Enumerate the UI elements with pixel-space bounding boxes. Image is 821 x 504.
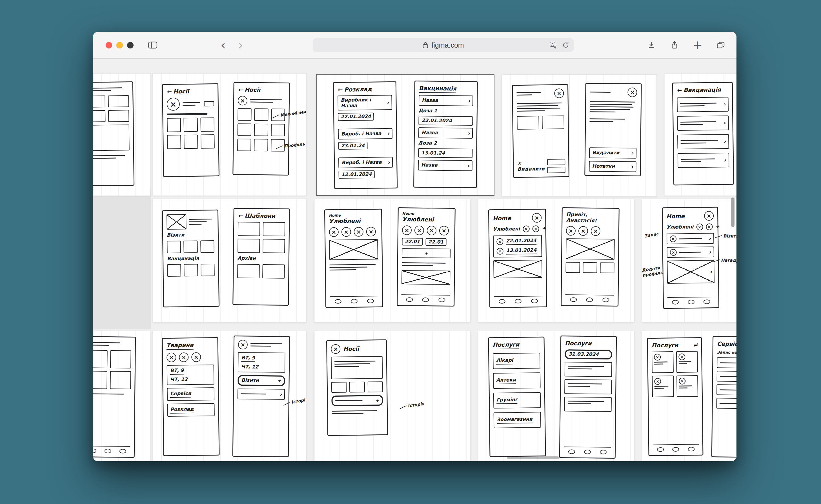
wireframe-phone: Привіт, Анастасія!	[561, 207, 620, 307]
plus-row: +	[424, 250, 428, 256]
wireframe-phone	[93, 336, 136, 458]
canvas-empty-area	[93, 188, 151, 329]
service-x-circle-icon	[678, 354, 685, 360]
sketch-title: Послуги	[493, 341, 520, 349]
item-x-circle-icon	[670, 236, 676, 242]
pet-x-circle-icon	[591, 226, 600, 236]
chevron-right-icon	[467, 162, 469, 169]
canvas-image-home-annotated[interactable]: Home Улюблені+ Запис Додати профіль Візи…	[642, 199, 736, 322]
chevron-right-icon	[387, 130, 390, 137]
canvas-image-nosii-history[interactable]: Носії + Історія	[314, 331, 470, 461]
pet-x-circle-icon	[439, 226, 449, 235]
avatar-x-circle-icon	[331, 344, 340, 354]
wireframe-phone: Видалити Нотатки	[584, 83, 642, 176]
canvas-image-services-list[interactable]: Послуги Лікарі Аптеки Грумінг Зоомагазин…	[478, 331, 634, 461]
canvas-image-partial-left-top[interactable]	[93, 74, 150, 196]
sketch-title: ← Вакцинація	[677, 86, 728, 94]
wireframe-phone: Home Улюблені	[324, 209, 383, 308]
pet-x-circle-icon	[402, 225, 412, 235]
canvas-image-home-favorites[interactable]: Home Улюблені Home Улюблені 22.0122.01 +	[314, 199, 470, 322]
wireframe-phone: Home Улюблені+	[662, 207, 719, 309]
url-bar-wrapper: figma.com A	[252, 38, 634, 52]
browser-toolbar: ‹ › figma.com A	[93, 32, 736, 59]
pet-x-circle-icon	[179, 352, 188, 362]
bottom-nav-sketch	[330, 296, 379, 304]
pet-x-circle-icon	[329, 227, 339, 237]
bottom-nav-sketch	[401, 294, 450, 302]
canvas-image-visits-templates[interactable]: Візити Вакцинація ← Шаблони Архіви	[153, 199, 306, 322]
share-icon	[670, 41, 679, 50]
delete-label: ✕ Видалити	[517, 161, 545, 172]
date-chip: 22.01	[425, 238, 446, 246]
canvas-image-partial-left-bottom[interactable]	[93, 331, 150, 461]
handwritten-annotation: Історія	[291, 397, 306, 405]
canvas-image-nosii-screens[interactable]: ← Носії ← Носії	[153, 74, 306, 196]
wireframe-phone: Сервіси Запис на прийом	[711, 336, 736, 458]
reload-icon[interactable]	[562, 41, 570, 49]
wireframe-phone: Home Улюблені+ 22.01.2024 13.01.2024	[488, 209, 547, 308]
plus-icon: +	[693, 41, 702, 49]
vertical-scrollbar-thumb[interactable]	[731, 197, 735, 227]
pet-x-circle-icon	[706, 223, 713, 230]
pet-x-circle-icon	[523, 225, 529, 232]
chevron-right-icon	[709, 248, 711, 255]
wireframe-phone: Послуги⇄	[647, 337, 703, 456]
pet-x-circle-icon	[532, 225, 539, 232]
date-chip: 23.01.24	[338, 142, 367, 150]
bottom-nav-sketch	[653, 444, 699, 452]
handwritten-annotation: Візити	[723, 234, 736, 239]
pet-x-circle-icon	[191, 352, 201, 362]
chevron-right-icon	[724, 157, 726, 163]
wireframe-phone: Тварини ВТ, 9 ЧТ, 12 Сервіси Розклад	[162, 337, 219, 456]
service-x-circle-icon	[654, 378, 661, 385]
wireframe-phone: ← Розклад Виробник і Назва 22.01.2024 Ви…	[333, 81, 398, 189]
forward-button[interactable]: ›	[234, 39, 247, 51]
pet-x-circle-icon	[167, 353, 176, 362]
minimize-window-button[interactable]	[116, 42, 123, 48]
downloads-button[interactable]	[645, 39, 658, 51]
canvas-image-animals-visits[interactable]: Тварини ВТ, 9 ЧТ, 12 Сервіси Розклад ВТ,…	[153, 331, 306, 461]
canvas-image-vaccination-list[interactable]: ← Вакцинація	[664, 74, 736, 196]
handwritten-annotation: Нагадування	[721, 258, 736, 263]
close-x-circle-icon	[532, 213, 542, 223]
sketch-title: ← Носії	[167, 88, 214, 95]
sketch-title: ← Носії	[238, 86, 285, 94]
sketch-title: Послуги	[565, 340, 612, 347]
item-x-circle-icon	[670, 249, 677, 256]
url-bar-icons: A	[549, 38, 570, 52]
wireframe-phone: ← Шаблони Архіви	[232, 208, 290, 306]
chevron-right-icon	[387, 159, 390, 166]
horizontal-scrollbar-thumb[interactable]	[507, 456, 559, 459]
zoom-window-button[interactable]	[127, 42, 134, 48]
canvas-image-detail-screens[interactable]: ✕ Видалити Видалити Нотатки	[502, 75, 656, 196]
pet-x-circle-icon	[366, 227, 376, 236]
canvas-image-home-hello[interactable]: Home Улюблені+ 22.01.2024 13.01.2024 При…	[478, 199, 634, 322]
avatar-x-circle-icon	[238, 96, 247, 105]
figma-canvas[interactable]: ← Носії ← Носії	[93, 59, 736, 461]
address-bar[interactable]: figma.com A	[313, 38, 574, 52]
bottom-nav-sketch	[93, 446, 130, 454]
pet-x-circle-icon	[341, 227, 351, 237]
sidebar-toggle-button[interactable]	[147, 39, 159, 51]
back-button[interactable]: ‹	[217, 39, 229, 51]
tab-overview-button[interactable]	[715, 39, 727, 51]
pet-x-circle-icon	[696, 223, 703, 230]
pet-x-circle-icon	[414, 225, 424, 235]
canvas-image-services-grid[interactable]: Послуги⇄ Сервіси Запис на прийом	[642, 331, 736, 461]
handwritten-annotation: Додати профіль	[642, 265, 665, 278]
share-button[interactable]	[668, 39, 681, 51]
date-chip: 12.01.2024	[339, 170, 375, 179]
sketch-title: Сервіси	[717, 340, 736, 348]
download-icon	[647, 41, 656, 49]
close-x-circle-icon	[554, 88, 564, 98]
translate-icon[interactable]: A	[549, 41, 557, 49]
canvas-image-rozklad-vaccination[interactable]: ← Розклад Виробник і Назва 22.01.2024 Ви…	[317, 75, 494, 195]
chevron-right-icon	[631, 163, 633, 170]
chevron-right-icon	[387, 99, 389, 106]
pet-x-circle-icon	[427, 226, 436, 235]
chevron-right-icon	[468, 97, 470, 104]
new-tab-button[interactable]: +	[691, 39, 704, 51]
wireframe-phone: Вакцинація Назва Доза 1 22.01.2024 Назва…	[413, 81, 478, 188]
wireframe-phone: ✕ Видалити	[512, 84, 569, 178]
close-window-button[interactable]	[106, 42, 112, 48]
